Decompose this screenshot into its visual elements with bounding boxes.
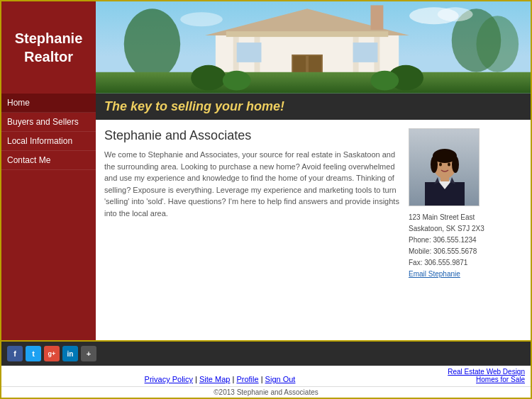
- page-wrapper: Stephanie Realtor: [0, 0, 532, 399]
- svg-rect-17: [96, 72, 531, 94]
- privacy-policy-link[interactable]: Privacy Policy: [145, 375, 193, 383]
- svg-point-3: [476, 16, 519, 72]
- site-title: Stephanie Realtor: [15, 29, 83, 66]
- profile-link[interactable]: Profile: [236, 375, 258, 383]
- homes-for-sale-link[interactable]: Homes for Sale: [476, 376, 525, 383]
- twitter-icon[interactable]: t: [26, 346, 41, 361]
- agent-fax: Fax: 306.555.9871: [409, 257, 522, 269]
- site-title-line1: Stephanie: [15, 30, 83, 46]
- linkedin-icon[interactable]: in: [62, 346, 78, 361]
- svg-rect-10: [226, 31, 389, 37]
- svg-point-23: [438, 7, 473, 21]
- sign-out-link[interactable]: Sign Out: [265, 375, 296, 383]
- copyright-text: ©2013 Stephanie and Associates: [214, 388, 318, 396]
- facebook-icon[interactable]: f: [7, 346, 23, 361]
- svg-rect-16: [370, 5, 383, 30]
- footer-social-bar: f t g+ in +: [1, 342, 531, 366]
- svg-point-24: [180, 12, 223, 26]
- content-paragraph: We come to Stephanie and Associates, you…: [104, 149, 400, 219]
- agent-mobile: Mobile: 306.555.5678: [409, 246, 522, 257]
- tagline-bar: The key to selling your home!: [96, 94, 531, 120]
- agent-photo: [409, 128, 480, 206]
- email-stephanie-link[interactable]: Email Stephanie: [409, 270, 460, 278]
- svg-point-18: [191, 65, 226, 91]
- site-map-link[interactable]: Site Map: [199, 375, 230, 383]
- svg-point-32: [431, 156, 438, 173]
- content-area: The key to selling your home! Stephanie …: [96, 94, 531, 340]
- nav-item-buyers-sellers[interactable]: Buyers and Sellers: [1, 113, 96, 132]
- svg-point-35: [448, 163, 450, 167]
- svg-point-1: [124, 9, 180, 79]
- svg-rect-14: [237, 43, 262, 62]
- sidebar: Home Buyers and Sellers Local Informatio…: [1, 94, 96, 340]
- agent-address-line1: 123 Main Street East: [409, 212, 522, 223]
- agent-contact-info: 123 Main Street East Saskatoon, SK S7J 2…: [409, 212, 522, 280]
- nav-item-home[interactable]: Home: [1, 94, 96, 113]
- footer-bottom: Privacy Policy | Site Map | Profile | Si…: [1, 366, 531, 386]
- content-main: Stephanie and Associates We come to Step…: [104, 128, 400, 332]
- footer-copyright: ©2013 Stephanie and Associates: [1, 386, 531, 398]
- svg-point-34: [439, 163, 442, 167]
- svg-point-33: [452, 156, 459, 173]
- content-body: Stephanie and Associates We come to Step…: [96, 120, 531, 340]
- add-social-icon[interactable]: +: [81, 346, 96, 361]
- house-illustration: [96, 1, 531, 94]
- site-logo: Stephanie Realtor: [1, 1, 96, 94]
- main-container: Home Buyers and Sellers Local Informatio…: [1, 94, 531, 340]
- real-estate-web-design-link[interactable]: Real Estate Web Design: [448, 368, 525, 376]
- agent-address-line2: Saskatoon, SK S7J 2X3: [409, 223, 522, 235]
- google-plus-icon[interactable]: g+: [44, 346, 60, 361]
- svg-point-20: [223, 71, 251, 91]
- site-title-line2: Realtor: [24, 49, 73, 64]
- nav-item-contact-me[interactable]: Contact Me: [1, 151, 96, 170]
- agent-photo-svg: [409, 129, 480, 206]
- agent-phone: Phone: 306.555.1234: [409, 235, 522, 246]
- footer-right-links: Real Estate Web Design Homes for Sale: [433, 368, 525, 383]
- agent-sidebar: 123 Main Street East Saskatoon, SK S7J 2…: [409, 128, 522, 332]
- header: Stephanie Realtor: [1, 1, 531, 94]
- nav-item-local-information[interactable]: Local Information: [1, 132, 96, 151]
- footer-links: Privacy Policy | Site Map | Profile | Si…: [7, 375, 433, 383]
- tagline-text: The key to selling your home!: [104, 99, 284, 113]
- footer: f t g+ in + Privacy Policy | Site Map | …: [1, 340, 531, 398]
- svg-point-21: [370, 71, 399, 91]
- hero-image: [96, 1, 531, 94]
- svg-rect-15: [353, 43, 378, 62]
- content-heading: Stephanie and Associates: [104, 128, 400, 143]
- agent-email-link[interactable]: Email Stephanie: [409, 269, 522, 280]
